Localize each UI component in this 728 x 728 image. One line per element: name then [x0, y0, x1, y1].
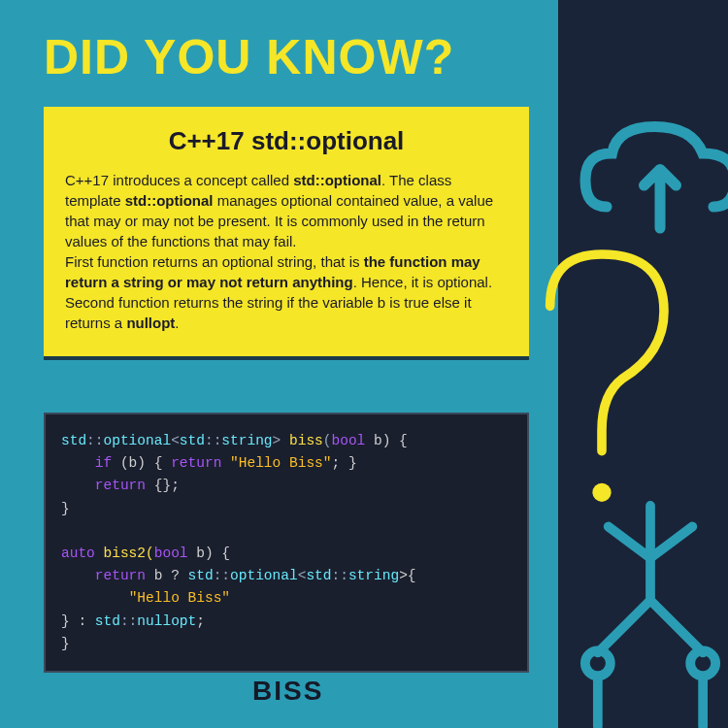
footer-logo: BISS [252, 676, 323, 707]
code-line: } [61, 498, 512, 520]
code-line: std::optional<std::string> biss(bool b) … [61, 430, 512, 452]
headline: DID YOU KNOW? [44, 29, 454, 85]
text: First function returns an optional strin… [65, 253, 364, 270]
bold-term: std::optional [293, 172, 381, 188]
text: . Hence, it is optional. [353, 274, 492, 290]
code-line: return b ? std::optional<std::string>{ [61, 565, 512, 587]
circuit-icon [544, 495, 728, 728]
code-line: if (b) { return "Hello Biss"; } [61, 452, 512, 475]
code-line: auto biss2(bool b) { [61, 543, 512, 565]
code-block: std::optional<std::string> biss(bool b) … [44, 413, 529, 673]
code-line: } [61, 633, 512, 655]
bold-term: nullopt [126, 314, 175, 331]
text: . [175, 314, 179, 331]
text: C++17 introduces a concept called [65, 172, 293, 188]
code-line: } : std::nullopt; [61, 611, 512, 633]
code-line [61, 520, 512, 543]
bold-term: std::optional [125, 192, 214, 209]
code-line: "Hello Biss" [61, 587, 512, 610]
info-card: C++17 std::optional C++17 introduces a c… [44, 107, 529, 360]
code-line: return {}; [61, 475, 512, 497]
card-title: C++17 std::optional [65, 126, 508, 156]
card-body: C++17 introduces a concept called std::o… [65, 170, 508, 333]
